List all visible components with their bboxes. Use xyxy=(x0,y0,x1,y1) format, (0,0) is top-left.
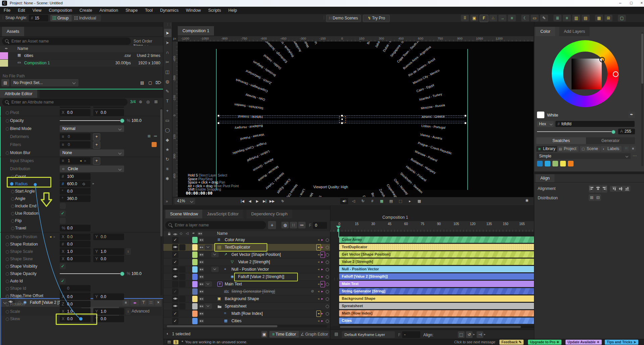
prev-key-icon[interactable]: ◂ xyxy=(318,282,319,286)
layer-color-swatch[interactable] xyxy=(192,244,198,251)
menu-window[interactable]: Window xyxy=(182,7,204,14)
color-swatch[interactable] xyxy=(545,161,550,166)
layer-solo-toggle[interactable] xyxy=(179,303,185,309)
asset-row[interactable]: ▦cities.csvUsed 2 times xyxy=(0,52,163,59)
feedback-button[interactable]: Feedback ✎ xyxy=(499,340,524,345)
attribute-row-start-angle[interactable]: Start Angle°0.0 xyxy=(0,188,160,195)
attribute-row-shape-opacity[interactable]: Shape Opacity%100.0 xyxy=(0,270,160,277)
attribute-radio[interactable] xyxy=(6,265,9,268)
layer-settings-button[interactable]: ≔ xyxy=(298,222,306,228)
expand-caret-icon[interactable] xyxy=(205,245,212,250)
time-editor-button[interactable]: ≡ Time Editor xyxy=(269,331,299,338)
cycle-button[interactable]: ↺ xyxy=(466,331,473,338)
loop-button[interactable]: ↻ xyxy=(279,198,286,204)
attribute-radio[interactable] xyxy=(6,111,9,115)
layer-row[interactable]: ✓▽Value 2 [Strength]◂▸ xyxy=(163,259,330,266)
scene-tab-scene-window[interactable]: Scene Window xyxy=(165,210,203,218)
render-flag-icon[interactable]: ▸ xyxy=(406,198,414,204)
toolstrip-drag-handle[interactable]: ⋮⋮ xyxy=(166,23,172,26)
scene-tab-dependency-graph[interactable]: Dependency Graph xyxy=(247,210,292,218)
slider-track[interactable] xyxy=(60,273,123,274)
ruler-icon[interactable]: ▭ xyxy=(531,15,539,21)
attribute-radio[interactable] xyxy=(6,287,9,290)
maximize-button[interactable]: ▢ xyxy=(627,1,636,5)
link-xy-button[interactable]: ↕ xyxy=(125,248,131,255)
layer-solo-toggle[interactable] xyxy=(179,266,185,273)
attribute-row-distribution[interactable]: DistributionCircle○ xyxy=(0,165,160,172)
layer-solo-toggle[interactable] xyxy=(179,281,185,287)
layer-visibility-toggle[interactable]: ✓ xyxy=(172,288,178,295)
h-align-start-button[interactable] xyxy=(589,185,595,193)
frame-offset-badge[interactable]: ◀0 xyxy=(340,198,348,204)
attribute-radio[interactable] xyxy=(11,219,14,223)
attribute-row-shape-rotation[interactable]: Shape Rotation#0.0 xyxy=(0,241,160,248)
hue-selector[interactable] xyxy=(613,71,619,77)
attribute-row-auto-id[interactable]: Auto Id✓ xyxy=(0,278,160,285)
lock-icon[interactable] xyxy=(168,232,171,236)
add-layer-button[interactable]: + xyxy=(268,221,276,229)
checkbox[interactable] xyxy=(60,218,66,224)
polygon-tool[interactable]: ◆ xyxy=(163,136,171,144)
layer-clip-icon[interactable] xyxy=(199,260,204,265)
expand-tools-icon[interactable]: » xyxy=(166,199,168,204)
attribute-row-use-rotation[interactable]: Use Rotation✓ xyxy=(0,210,160,217)
swatch-group-dropdown[interactable]: Simple xyxy=(537,153,631,159)
add-button[interactable]: + xyxy=(93,133,100,141)
slider-knob[interactable] xyxy=(120,272,124,276)
value-field[interactable]: °0.0 xyxy=(60,188,91,195)
layer-search-input[interactable]: Enter a layer name xyxy=(165,221,266,229)
selection-handle[interactable] xyxy=(465,122,466,124)
keyframe-diamond-icon[interactable]: ◇ xyxy=(83,181,85,187)
grid-toggle-icon[interactable]: ▦ xyxy=(378,198,386,204)
next-key-icon[interactable]: ▸ xyxy=(85,157,86,164)
frame-flag-icon[interactable]: F xyxy=(480,15,488,22)
value-field-x[interactable]: X1.0 xyxy=(60,308,91,315)
layer-color-swatch[interactable] xyxy=(192,237,198,243)
attribute-radio[interactable] xyxy=(6,258,9,261)
layer-color-swatch[interactable] xyxy=(192,303,198,309)
attribute-radio[interactable] xyxy=(6,310,9,314)
knife-tool[interactable]: ✂ xyxy=(163,59,171,66)
keyframe-circle-icon[interactable] xyxy=(326,275,329,279)
link-xy-button[interactable]: ↕ xyxy=(125,308,131,315)
value-field[interactable]: Z0.0 xyxy=(60,301,91,307)
layer-color-swatch[interactable] xyxy=(192,259,198,265)
layer-clip-icon[interactable] xyxy=(199,253,204,258)
attribute-row-blend-mode[interactable]: Blend ModeNormal xyxy=(0,125,160,132)
cycle-expand-icon[interactable]: ▸ xyxy=(473,333,475,336)
layer-clip-icon[interactable] xyxy=(199,304,204,309)
eyedropper-button[interactable]: ✒ xyxy=(628,112,635,118)
frame-field[interactable]: 0 xyxy=(313,222,327,229)
layer-color-swatch[interactable] xyxy=(192,274,198,280)
prev-key-icon[interactable]: ◂ xyxy=(318,289,319,293)
eyedropper-icon[interactable]: ✒ xyxy=(192,231,195,235)
attribute-row-travel[interactable]: Travel%0.0 xyxy=(0,225,160,232)
next-key-icon[interactable]: ▸ xyxy=(321,275,323,278)
dropdown[interactable]: Normal xyxy=(60,125,124,132)
attribute-row-shape-scale[interactable]: Shape ScaleX1.0Y1.0↕ xyxy=(0,248,160,255)
star-tool[interactable]: ★ xyxy=(163,146,171,153)
attribute-row-position[interactable]: PositionX0.0Y0.0 xyxy=(0,293,160,300)
attribute-radio[interactable] xyxy=(11,197,14,201)
scene-tab-javascript-editor[interactable]: JavaScript Editor xyxy=(202,210,243,218)
attribute-search-input[interactable]: Enter an Attribute name xyxy=(2,98,127,106)
menu-create[interactable]: Create xyxy=(76,7,96,14)
value-field-x[interactable]: X0.0 xyxy=(60,233,91,240)
keyframe-circle-icon[interactable] xyxy=(326,312,329,316)
layer-color-swatch[interactable] xyxy=(192,281,198,287)
duplicate-icon[interactable]: ⊞ xyxy=(148,134,151,138)
attribute-radio[interactable] xyxy=(11,190,14,193)
settings-tool[interactable]: ✱ xyxy=(163,175,171,183)
value-field-x[interactable]: X0.0 xyxy=(60,256,91,262)
layer-color-swatch[interactable] xyxy=(192,318,198,324)
layer-visibility-toggle[interactable]: ✓ xyxy=(172,252,178,258)
layer-row[interactable]: ✓=Math [Row Index]◂▸ xyxy=(163,310,330,318)
attribute-row-deformers[interactable]: Deformers≡0+⊞≔ xyxy=(0,133,160,140)
layer-clip-icon[interactable] xyxy=(199,282,204,287)
current-color-swatch[interactable] xyxy=(537,112,544,118)
keyframe-circle-icon[interactable] xyxy=(326,268,329,271)
attribute-radio[interactable] xyxy=(6,280,9,283)
count-field[interactable]: ≡1◂▸ xyxy=(60,157,91,164)
toolbar-drag-handle[interactable]: ⋮ xyxy=(1,15,5,20)
prev-key-icon[interactable]: ◂ xyxy=(318,260,319,264)
